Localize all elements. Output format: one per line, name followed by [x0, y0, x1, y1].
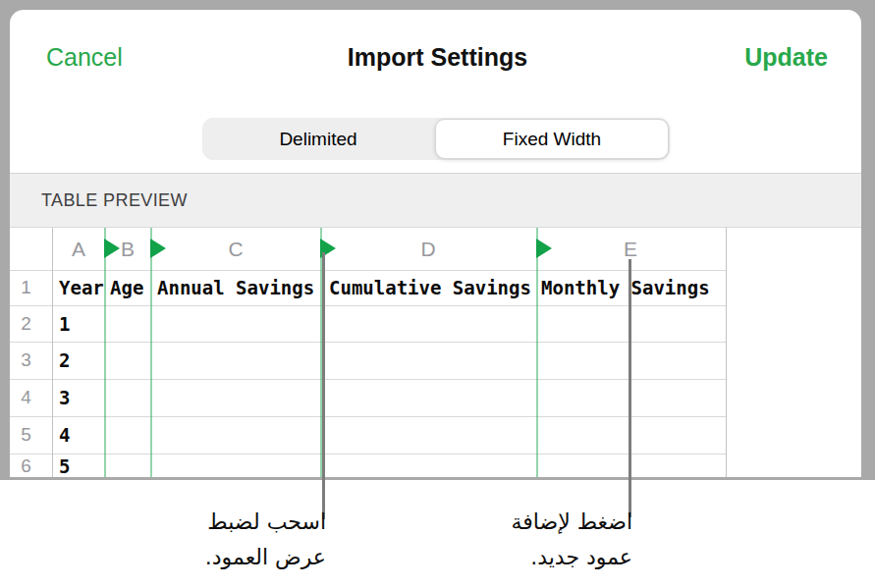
table-right-border [726, 228, 727, 477]
header-cell-monthly-savings: Monthly Savings [541, 272, 710, 303]
column-header-a[interactable]: A [72, 238, 85, 261]
annotation-line: عرض العمود. [205, 540, 326, 575]
column-header-c[interactable]: C [228, 238, 243, 261]
data-cell: 4 [59, 419, 70, 451]
annotation-line: عمود جديد. [511, 540, 632, 575]
header-cell-year: Year [59, 272, 104, 303]
row-number: 2 [0, 308, 52, 340]
column-header-e[interactable]: E [624, 238, 637, 261]
header-cell-annual-savings: Annual Savings [157, 272, 314, 303]
column-boundary-line[interactable] [150, 228, 152, 477]
data-cell: 1 [59, 308, 70, 340]
drag-callout-line [322, 252, 325, 519]
table-preview-label: TABLE PREVIEW [41, 190, 188, 211]
tap-callout-line [629, 259, 631, 517]
column-boundary-line[interactable] [104, 228, 106, 477]
import-type-segmented-control: Delimited Fixed Width [202, 118, 670, 160]
row-number: 4 [0, 382, 52, 413]
import-settings-screen: Cancel Import Settings Update Delimited … [0, 0, 875, 588]
grid-line [10, 270, 726, 271]
grid-line [10, 454, 726, 454]
data-cell: 2 [59, 345, 70, 376]
update-button[interactable]: Update [744, 43, 828, 72]
row-number: 6 [0, 451, 52, 482]
column-boundary-marker-icon[interactable] [104, 239, 120, 258]
drag-to-adjust-annotation: اسحب لضبط عرض العمود. [205, 505, 326, 575]
column-header-b[interactable]: B [121, 238, 135, 261]
table-preview-band: TABLE PREVIEW [10, 173, 861, 228]
annotation-line: اضغط لإضافة [511, 505, 632, 540]
column-header-d[interactable]: D [420, 238, 435, 261]
annotation-line: اسحب لضبط [205, 505, 326, 540]
grid-line [10, 305, 726, 306]
column-boundary-marker-icon[interactable] [150, 239, 166, 258]
row-header-border [52, 228, 53, 477]
data-cell: 3 [59, 382, 70, 413]
header-cell-cumulative-savings: Cumulative Savings [329, 272, 531, 303]
data-cell: 5 [59, 451, 70, 482]
tap-to-add-annotation: اضغط لإضافة عمود جديد. [511, 505, 632, 575]
row-number: 3 [0, 345, 52, 376]
column-boundary-line[interactable] [536, 228, 538, 477]
column-boundary-marker-icon[interactable] [536, 239, 552, 258]
tab-delimited[interactable]: Delimited [202, 118, 434, 160]
grid-line [10, 379, 726, 380]
grid-line [10, 416, 726, 417]
grid-line [10, 342, 726, 343]
row-number: 5 [0, 419, 52, 451]
header-cell-age: Age [110, 272, 143, 303]
tab-fixed-width[interactable]: Fixed Width [435, 119, 669, 159]
row-number: 1 [0, 272, 52, 303]
